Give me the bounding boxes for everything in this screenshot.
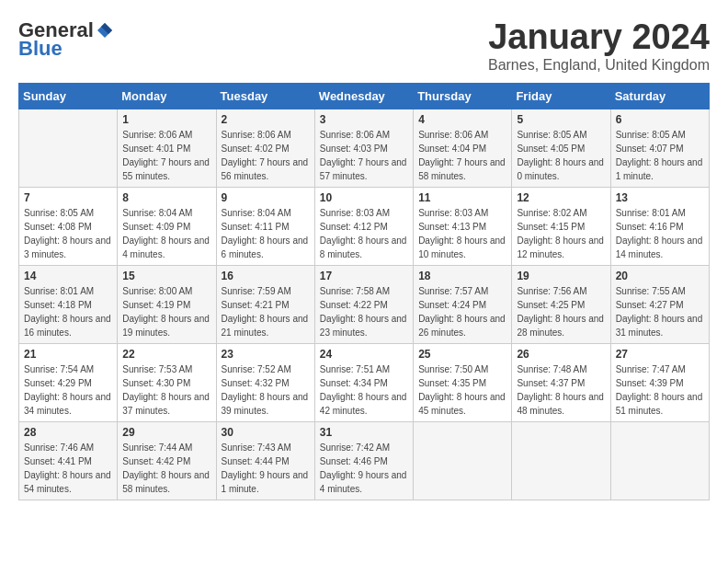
logo-blue: Blue (18, 37, 63, 61)
calendar-cell: 31Sunrise: 7:42 AMSunset: 4:46 PMDayligh… (314, 421, 413, 500)
calendar-cell: 14Sunrise: 8:01 AMSunset: 4:18 PMDayligh… (19, 265, 118, 343)
day-number: 11 (418, 191, 506, 204)
day-info: Sunrise: 7:52 AMSunset: 4:32 PMDaylight:… (222, 362, 310, 418)
day-info: Sunrise: 8:06 AMSunset: 4:04 PMDaylight:… (418, 128, 506, 183)
calendar-cell: 6Sunrise: 8:05 AMSunset: 4:07 PMDaylight… (610, 109, 709, 187)
day-number: 5 (517, 113, 605, 126)
day-info: Sunrise: 7:59 AMSunset: 4:21 PMDaylight:… (222, 284, 310, 339)
calendar-cell (414, 421, 512, 500)
day-number: 6 (616, 113, 704, 126)
day-number: 16 (222, 270, 310, 282)
day-number: 2 (222, 113, 310, 126)
day-number: 14 (24, 270, 112, 282)
calendar-cell: 2Sunrise: 8:06 AMSunset: 4:02 PMDaylight… (216, 109, 314, 187)
day-info: Sunrise: 7:42 AMSunset: 4:46 PMDaylight:… (320, 441, 408, 496)
calendar-cell: 10Sunrise: 8:03 AMSunset: 4:12 PMDayligh… (314, 187, 413, 265)
calendar-cell: 8Sunrise: 8:04 AMSunset: 4:09 PMDaylight… (118, 187, 216, 265)
calendar-cell: 9Sunrise: 8:04 AMSunset: 4:11 PMDaylight… (216, 187, 314, 265)
day-info: Sunrise: 7:57 AMSunset: 4:24 PMDaylight:… (418, 284, 506, 339)
day-info: Sunrise: 8:06 AMSunset: 4:03 PMDaylight:… (320, 128, 408, 183)
day-info: Sunrise: 8:02 AMSunset: 4:15 PMDaylight:… (517, 206, 605, 261)
day-info: Sunrise: 8:04 AMSunset: 4:11 PMDaylight:… (222, 206, 310, 261)
calendar-cell: 12Sunrise: 8:02 AMSunset: 4:15 PMDayligh… (512, 187, 610, 265)
calendar-header-row: SundayMondayTuesdayWednesdayThursdayFrid… (19, 83, 710, 109)
day-info: Sunrise: 7:55 AMSunset: 4:27 PMDaylight:… (616, 284, 704, 339)
day-of-week-header: Saturday (610, 83, 709, 109)
calendar-week-row: 14Sunrise: 8:01 AMSunset: 4:18 PMDayligh… (19, 265, 710, 343)
day-number: 20 (616, 270, 704, 282)
day-info: Sunrise: 7:43 AMSunset: 4:44 PMDaylight:… (222, 441, 310, 496)
day-info: Sunrise: 7:44 AMSunset: 4:42 PMDaylight:… (122, 441, 210, 496)
calendar-cell: 18Sunrise: 7:57 AMSunset: 4:24 PMDayligh… (414, 265, 512, 343)
calendar-cell: 1Sunrise: 8:06 AMSunset: 4:01 PMDaylight… (118, 109, 216, 187)
day-number: 12 (517, 191, 605, 204)
day-number: 25 (418, 348, 506, 361)
calendar-cell: 5Sunrise: 8:05 AMSunset: 4:05 PMDaylight… (512, 109, 610, 187)
day-of-week-header: Thursday (414, 83, 512, 109)
day-info: Sunrise: 8:06 AMSunset: 4:02 PMDaylight:… (222, 128, 310, 183)
day-number: 28 (24, 426, 112, 439)
calendar-week-row: 28Sunrise: 7:46 AMSunset: 4:41 PMDayligh… (19, 421, 710, 500)
calendar-cell: 25Sunrise: 7:50 AMSunset: 4:35 PMDayligh… (414, 343, 512, 421)
logo: General Blue (18, 18, 114, 61)
calendar-cell (512, 421, 610, 500)
calendar-cell: 19Sunrise: 7:56 AMSunset: 4:25 PMDayligh… (512, 265, 610, 343)
day-number: 10 (320, 191, 408, 204)
calendar-cell: 22Sunrise: 7:53 AMSunset: 4:30 PMDayligh… (118, 343, 216, 421)
day-number: 31 (320, 426, 408, 439)
day-info: Sunrise: 8:06 AMSunset: 4:01 PMDaylight:… (122, 128, 210, 183)
day-number: 4 (418, 113, 506, 126)
day-info: Sunrise: 7:47 AMSunset: 4:39 PMDaylight:… (616, 362, 704, 418)
calendar-cell: 3Sunrise: 8:06 AMSunset: 4:03 PMDaylight… (314, 109, 413, 187)
calendar-cell: 20Sunrise: 7:55 AMSunset: 4:27 PMDayligh… (610, 265, 709, 343)
day-number: 19 (517, 270, 605, 282)
day-number: 22 (122, 348, 210, 361)
calendar-cell: 28Sunrise: 7:46 AMSunset: 4:41 PMDayligh… (19, 421, 118, 500)
day-info: Sunrise: 7:54 AMSunset: 4:29 PMDaylight:… (24, 362, 112, 418)
day-info: Sunrise: 8:04 AMSunset: 4:09 PMDaylight:… (122, 206, 210, 261)
day-of-week-header: Monday (118, 83, 216, 109)
day-number: 17 (320, 270, 408, 282)
day-number: 23 (222, 348, 310, 361)
calendar-cell: 30Sunrise: 7:43 AMSunset: 4:44 PMDayligh… (216, 421, 314, 500)
calendar-cell: 11Sunrise: 8:03 AMSunset: 4:13 PMDayligh… (414, 187, 512, 265)
title-block: January 2024 Barnes, England, United Kin… (488, 18, 710, 74)
day-number: 26 (517, 348, 605, 361)
calendar-cell: 21Sunrise: 7:54 AMSunset: 4:29 PMDayligh… (19, 343, 118, 421)
day-info: Sunrise: 8:01 AMSunset: 4:18 PMDaylight:… (24, 284, 112, 339)
day-number: 3 (320, 113, 408, 126)
calendar-cell: 26Sunrise: 7:48 AMSunset: 4:37 PMDayligh… (512, 343, 610, 421)
day-number: 27 (616, 348, 704, 361)
day-number: 15 (122, 270, 210, 282)
day-info: Sunrise: 7:46 AMSunset: 4:41 PMDaylight:… (24, 441, 112, 496)
calendar-week-row: 1Sunrise: 8:06 AMSunset: 4:01 PMDaylight… (19, 109, 710, 187)
calendar-cell: 4Sunrise: 8:06 AMSunset: 4:04 PMDaylight… (414, 109, 512, 187)
calendar-week-row: 21Sunrise: 7:54 AMSunset: 4:29 PMDayligh… (19, 343, 710, 421)
day-info: Sunrise: 7:56 AMSunset: 4:25 PMDaylight:… (517, 284, 605, 339)
logo-icon (96, 21, 114, 40)
day-number: 9 (222, 191, 310, 204)
day-info: Sunrise: 8:03 AMSunset: 4:12 PMDaylight:… (320, 206, 408, 261)
day-info: Sunrise: 8:05 AMSunset: 4:05 PMDaylight:… (517, 128, 605, 183)
calendar-cell: 24Sunrise: 7:51 AMSunset: 4:34 PMDayligh… (314, 343, 413, 421)
day-info: Sunrise: 7:48 AMSunset: 4:37 PMDaylight:… (517, 362, 605, 418)
calendar-cell: 16Sunrise: 7:59 AMSunset: 4:21 PMDayligh… (216, 265, 314, 343)
calendar-table: SundayMondayTuesdayWednesdayThursdayFrid… (18, 83, 710, 500)
day-info: Sunrise: 7:53 AMSunset: 4:30 PMDaylight:… (122, 362, 210, 418)
calendar-cell: 27Sunrise: 7:47 AMSunset: 4:39 PMDayligh… (610, 343, 709, 421)
calendar-cell (610, 421, 709, 500)
day-of-week-header: Sunday (19, 83, 118, 109)
day-info: Sunrise: 8:01 AMSunset: 4:16 PMDaylight:… (616, 206, 704, 261)
page-header: General Blue January 2024 Barnes, Englan… (18, 18, 710, 74)
day-of-week-header: Friday (512, 83, 610, 109)
day-number: 1 (122, 113, 210, 126)
day-info: Sunrise: 8:03 AMSunset: 4:13 PMDaylight:… (418, 206, 506, 261)
day-info: Sunrise: 8:05 AMSunset: 4:08 PMDaylight:… (24, 206, 112, 261)
calendar-subtitle: Barnes, England, United Kingdom (488, 57, 710, 74)
day-number: 29 (122, 426, 210, 439)
day-info: Sunrise: 8:00 AMSunset: 4:19 PMDaylight:… (122, 284, 210, 339)
day-info: Sunrise: 7:51 AMSunset: 4:34 PMDaylight:… (320, 362, 408, 418)
calendar-cell: 23Sunrise: 7:52 AMSunset: 4:32 PMDayligh… (216, 343, 314, 421)
day-of-week-header: Tuesday (216, 83, 314, 109)
day-number: 7 (24, 191, 112, 204)
